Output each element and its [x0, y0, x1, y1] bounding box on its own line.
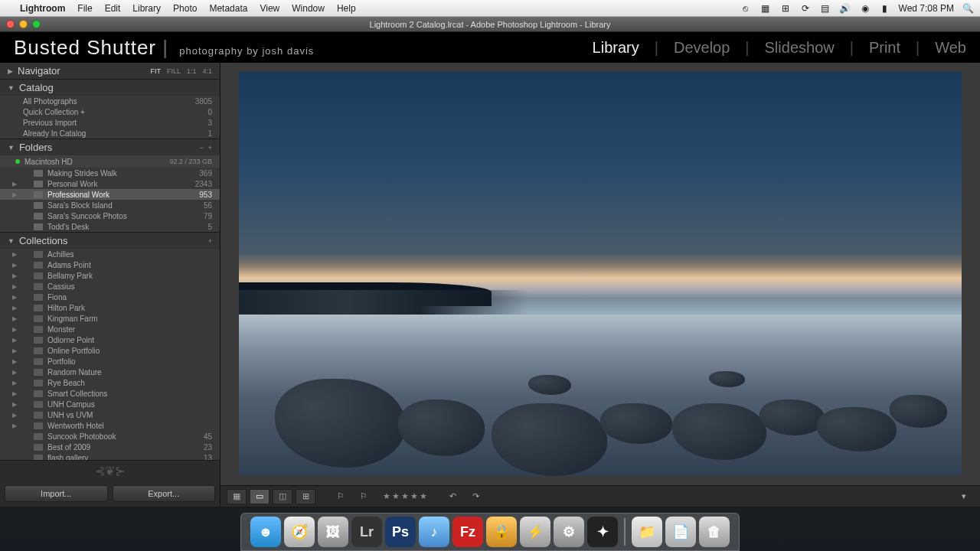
expand-icon[interactable]: ▶ [12, 422, 17, 429]
folder-item[interactable]: Todd's Desk5 [0, 221, 220, 232]
menu-library[interactable]: Library [126, 3, 167, 14]
module-web[interactable]: Web [935, 39, 966, 57]
menu-photo[interactable]: Photo [167, 3, 203, 14]
dock-sysprefs-icon[interactable]: ⚙ [554, 517, 584, 547]
folder-item[interactable]: ▶Personal Work2343 [0, 178, 220, 189]
dock-app-icon[interactable]: ⚡ [520, 517, 550, 547]
expand-icon[interactable]: ▶ [12, 412, 17, 419]
folder-item[interactable]: ▶Professional Work953 [0, 189, 220, 200]
volume-icon[interactable]: 🔊 [839, 2, 851, 15]
dock-itunes-icon[interactable]: ♪ [419, 517, 449, 547]
collection-item[interactable]: ▶Bellamy Park [0, 270, 220, 281]
collections-header[interactable]: ▼ Collections + [0, 233, 220, 249]
minimize-button[interactable] [19, 20, 28, 28]
dock-lightroom-icon[interactable]: Lr [351, 517, 382, 547]
volume-row[interactable]: Macintosh HD 92.2 / 233 GB [0, 155, 220, 168]
collection-item[interactable]: ▶Kingman Farm [0, 313, 220, 324]
expand-icon[interactable]: ▶ [12, 369, 17, 376]
menu-window[interactable]: Window [286, 3, 331, 14]
star-icon[interactable]: ★ [420, 491, 427, 501]
wifi-icon[interactable]: ◉ [859, 2, 871, 15]
menubar-clock[interactable]: Wed 7:08 PM [899, 3, 954, 14]
catalog-item[interactable]: All Photographs3805 [0, 96, 220, 106]
flag-reject-button[interactable]: ⚐ [354, 489, 374, 504]
expand-icon[interactable]: ▶ [12, 251, 17, 258]
collection-item[interactable]: ▶Cassius [0, 281, 220, 292]
menu-metadata[interactable]: Metadata [203, 3, 253, 14]
flag-pick-button[interactable]: ⚐ [331, 489, 351, 504]
module-print[interactable]: Print [869, 39, 900, 57]
expand-icon[interactable]: ▶ [12, 191, 17, 198]
toolbar-menu-button[interactable]: ▾ [954, 489, 974, 504]
export-button[interactable]: Export... [113, 485, 216, 502]
rotate-ccw-button[interactable]: ↶ [443, 489, 462, 504]
collection-item[interactable]: ▶Achilles [0, 249, 220, 259]
status-icon[interactable]: ⊞ [779, 2, 792, 15]
menu-help[interactable]: Help [331, 3, 362, 14]
status-icon[interactable]: ⎋ [740, 2, 752, 15]
menu-app[interactable]: Lightroom [14, 3, 71, 14]
catalog-item[interactable]: Previous Import3 [0, 117, 220, 128]
folders-header[interactable]: ▼ Folders − + [0, 139, 220, 155]
collection-item[interactable]: ▶Fiona [0, 292, 220, 302]
collection-item[interactable]: ▶Hilton Park [0, 302, 220, 313]
expand-icon[interactable]: ▶ [12, 305, 17, 311]
import-button[interactable]: Import... [5, 485, 108, 502]
dock-trash-icon[interactable]: 🗑 [699, 517, 730, 547]
collection-item[interactable]: ▶Rye Beach [0, 377, 220, 388]
folder-item[interactable]: Sara's Block Island56 [0, 200, 220, 210]
menu-file[interactable]: File [71, 3, 98, 14]
module-slideshow[interactable]: Slideshow [765, 39, 835, 57]
collection-item[interactable]: ▶Adams Point [0, 259, 220, 270]
zoom-1-1[interactable]: 1:1 [187, 67, 197, 75]
collection-item[interactable]: ▶Online Portfolio [0, 345, 220, 356]
expand-icon[interactable]: ▶ [12, 358, 17, 365]
menu-edit[interactable]: Edit [99, 3, 127, 14]
loupe-view-button[interactable]: ▭ [250, 489, 270, 504]
catalog-item[interactable]: Already In Catalog1 [0, 128, 220, 139]
catalog-header[interactable]: ▼ Catalog [0, 80, 220, 96]
collection-item[interactable]: ▶Portfolio [0, 356, 220, 367]
collection-item[interactable]: ▶UNH Campus [0, 399, 220, 409]
rotate-cw-button[interactable]: ↷ [466, 489, 485, 504]
close-button[interactable] [6, 20, 15, 28]
star-icon[interactable]: ★ [392, 491, 400, 501]
plus-icon[interactable]: + [208, 144, 212, 152]
zoom-fill[interactable]: FILL [167, 67, 181, 75]
grid-view-button[interactable]: ▦ [227, 489, 247, 504]
expand-icon[interactable]: ▶ [12, 283, 17, 290]
compare-view-button[interactable]: ◫ [273, 489, 292, 504]
zoom-4-1[interactable]: 4:1 [202, 67, 212, 75]
catalog-item[interactable]: Quick Collection +0 [0, 106, 220, 117]
module-library[interactable]: Library [593, 39, 639, 57]
expand-icon[interactable]: ▶ [12, 401, 17, 408]
expand-icon[interactable]: ▶ [12, 181, 17, 187]
dock-finder-icon[interactable]: ☻ [250, 517, 281, 547]
collection-item[interactable]: Best of 200923 [0, 442, 220, 452]
survey-view-button[interactable]: ⊞ [296, 489, 315, 504]
collection-item[interactable]: ▶Smart Collections [0, 388, 220, 399]
star-icon[interactable]: ★ [401, 491, 409, 501]
collection-item[interactable]: ▶Wentworth Hotel [0, 420, 220, 431]
collection-item[interactable]: ▶Odiorne Point [0, 334, 220, 345]
minus-icon[interactable]: − [199, 144, 203, 152]
folder-item[interactable]: Sara's Suncook Photos79 [0, 210, 220, 221]
module-develop[interactable]: Develop [674, 39, 730, 57]
collection-item[interactable]: flash gallery13 [0, 452, 220, 461]
rating-stars[interactable]: ★ ★ ★ ★ ★ [383, 491, 427, 501]
dock-app-icon[interactable]: 🔒 [486, 517, 517, 547]
spotlight-icon[interactable]: 🔍 [962, 2, 974, 15]
menu-view[interactable]: View [253, 3, 286, 14]
collection-item[interactable]: Suncook Photobook45 [0, 431, 220, 442]
star-icon[interactable]: ★ [383, 491, 390, 501]
expand-icon[interactable]: ▶ [12, 294, 17, 301]
maximize-button[interactable] [32, 20, 41, 28]
collection-item[interactable]: ▶UNH vs UVM [0, 409, 220, 420]
expand-icon[interactable]: ▶ [12, 326, 17, 333]
expand-icon[interactable]: ▶ [12, 315, 17, 322]
status-icon[interactable]: ▦ [760, 2, 772, 15]
dock-folder-icon[interactable]: 📄 [665, 517, 696, 547]
expand-icon[interactable]: ▶ [12, 347, 17, 354]
dock-filezilla-icon[interactable]: Fz [452, 517, 483, 547]
folder-item[interactable]: Making Strides Walk369 [0, 168, 220, 178]
